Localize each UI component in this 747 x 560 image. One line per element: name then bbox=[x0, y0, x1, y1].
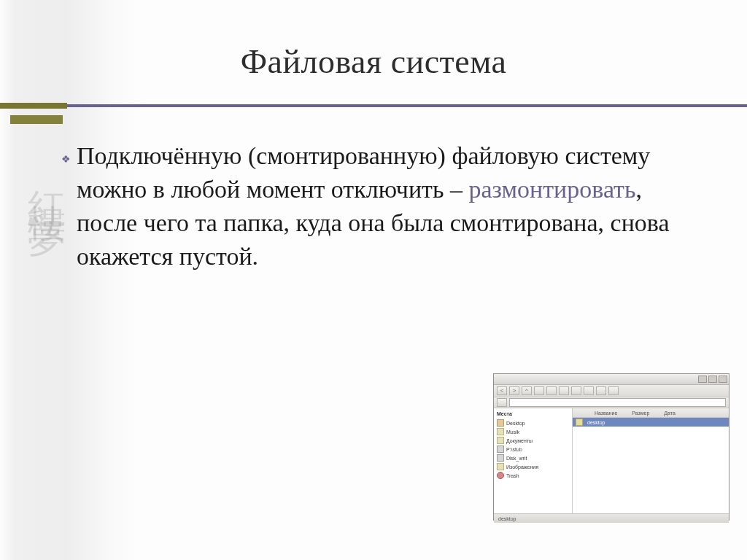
sidebar-item-label: Disk_writ bbox=[506, 456, 527, 461]
col-date: Дата bbox=[664, 411, 676, 416]
body-text: Подключённую (смонтированную) файловую с… bbox=[77, 139, 708, 273]
toolbar-nav bbox=[494, 385, 729, 397]
folder-icon bbox=[497, 463, 504, 470]
slide-title: Файловая система bbox=[0, 42, 747, 81]
body-text-highlight: размонтировать bbox=[468, 176, 635, 203]
disk-icon bbox=[497, 446, 504, 453]
forward-icon bbox=[509, 386, 519, 395]
selected-folder-label: desktop bbox=[587, 420, 605, 425]
sidebar-item-label: Musik bbox=[506, 429, 519, 435]
window-min-icon bbox=[698, 376, 707, 383]
sidebar-item-label: Изображения bbox=[506, 464, 538, 470]
sidebar-item-label: P:\stub bbox=[506, 447, 522, 452]
addr-icon bbox=[497, 398, 507, 407]
tool-icon bbox=[571, 386, 581, 395]
fm-columns: Название Размер Дата bbox=[573, 408, 729, 418]
sidebar-item: Изображения bbox=[497, 462, 569, 471]
home-icon bbox=[546, 386, 557, 395]
trash-icon bbox=[497, 472, 504, 479]
horizontal-rule bbox=[0, 98, 747, 113]
sidebar-item: Disk_writ bbox=[497, 454, 569, 462]
up-icon bbox=[522, 386, 532, 395]
statusbar-text: desktop bbox=[498, 516, 516, 521]
back-icon bbox=[497, 386, 507, 395]
rule-olive-cap bbox=[0, 103, 67, 109]
fm-selected-row: desktop bbox=[573, 418, 729, 427]
sidebar-item-label: Документы bbox=[506, 438, 533, 443]
sidebar-item-label: Trash bbox=[506, 473, 519, 478]
toolbar-address bbox=[494, 397, 729, 408]
rule-purple-bar bbox=[0, 104, 747, 107]
rule-olive-accent bbox=[10, 115, 63, 124]
sidebar-item-label: Desktop bbox=[506, 421, 525, 426]
sidebar-item: Desktop bbox=[497, 419, 569, 427]
body-area: ❖ Подключённую (смонтированную) файловую… bbox=[0, 113, 747, 273]
sidebar-header: Места bbox=[497, 411, 569, 416]
tool-icon bbox=[608, 386, 619, 395]
address-field bbox=[509, 398, 726, 407]
fm-statusbar: desktop bbox=[494, 513, 729, 523]
title-area: Файловая система bbox=[0, 0, 747, 81]
window-max-icon bbox=[708, 376, 717, 383]
window-close-icon bbox=[719, 376, 727, 383]
col-name: Название bbox=[595, 411, 617, 416]
folder-icon bbox=[497, 437, 504, 444]
disk-icon bbox=[497, 454, 504, 462]
bullet-icon: ❖ bbox=[61, 144, 71, 176]
window-titlebar bbox=[494, 374, 729, 385]
sidebar-item: P:\stub bbox=[497, 445, 569, 454]
tool-icon bbox=[596, 386, 606, 395]
fm-content: Места Desktop Musik Документы P:\stub Di… bbox=[494, 408, 729, 513]
fm-sidebar: Места Desktop Musik Документы P:\stub Di… bbox=[494, 408, 573, 513]
tool-icon bbox=[559, 386, 569, 395]
fm-main: Название Размер Дата desktop bbox=[573, 408, 729, 513]
file-manager-thumbnail: Места Desktop Musik Документы P:\stub Di… bbox=[493, 373, 729, 521]
reload-icon bbox=[534, 386, 544, 395]
folder-icon bbox=[497, 428, 504, 435]
bullet-item: ❖ Подключённую (смонтированную) файловую… bbox=[61, 139, 708, 273]
tool-icon bbox=[584, 386, 594, 395]
slide: 紅樓夢 Файловая система ❖ Подключённую (смо… bbox=[0, 0, 747, 560]
sidebar-item: Musik bbox=[497, 427, 569, 436]
home-folder-icon bbox=[497, 419, 504, 427]
sidebar-item: Документы bbox=[497, 436, 569, 445]
folder-icon bbox=[576, 419, 583, 426]
sidebar-item: Trash bbox=[497, 471, 569, 480]
col-size: Размер bbox=[632, 411, 649, 416]
